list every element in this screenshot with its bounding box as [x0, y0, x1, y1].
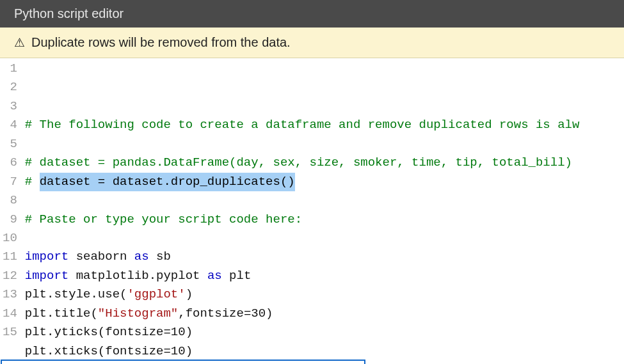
line-number: 15 — [3, 323, 17, 342]
code-token: import — [25, 249, 68, 264]
warning-bar: ⚠ Duplicate rows will be removed from th… — [0, 28, 624, 58]
code-line[interactable]: import seaborn as sb — [25, 248, 624, 266]
line-number: 11 — [3, 248, 17, 266]
code-token: sb — [149, 249, 171, 264]
code-token: plt — [222, 269, 252, 283]
line-number: 2 — [3, 78, 17, 97]
code-token: dataset = dataset.drop_duplicates() — [40, 173, 295, 191]
line-number-gutter: 123456789101112131415 — [0, 58, 22, 364]
code-token: 'ggplot' — [127, 287, 185, 301]
code-line[interactable]: # The following code to create a datafra… — [25, 116, 624, 134]
code-token: plt.style.use( — [25, 287, 127, 301]
code-token: plt.yticks(fontsize=10) — [25, 325, 193, 339]
code-token: as — [207, 269, 222, 283]
title-bar: Python script editor — [0, 0, 624, 28]
code-area[interactable]: # The following code to create a datafra… — [22, 58, 624, 364]
code-token — [25, 231, 32, 245]
line-number: 4 — [3, 116, 17, 134]
code-token: seaborn — [68, 249, 134, 264]
code-line[interactable] — [25, 191, 624, 210]
line-number: 3 — [3, 97, 17, 116]
line-number: 14 — [3, 305, 17, 323]
code-token: # The following code to create a datafra… — [25, 118, 580, 132]
line-number: 13 — [3, 285, 17, 304]
line-number: 9 — [3, 210, 17, 229]
code-token: # dataset = pandas.DataFrame(day, sex, s… — [25, 155, 572, 170]
code-token: # — [25, 175, 40, 189]
code-editor[interactable]: 123456789101112131415 # The following co… — [0, 58, 624, 364]
warning-icon: ⚠ — [14, 36, 25, 49]
line-number: 8 — [3, 191, 17, 210]
code-token: plt.title( — [25, 306, 98, 320]
code-token: ) — [186, 287, 193, 301]
code-line[interactable]: import matplotlib.pyplot as plt — [25, 267, 624, 285]
code-token: import — [25, 269, 68, 283]
title-text: Python script editor — [14, 6, 124, 20]
code-token: plt.xticks(fontsize=10) — [25, 344, 193, 358]
code-line[interactable]: plt.title("Histogram",fontsize=30) — [25, 305, 624, 323]
line-number: 12 — [3, 267, 17, 285]
code-line[interactable]: # dataset = dataset.drop_duplicates() — [25, 173, 624, 191]
code-line[interactable]: # dataset = pandas.DataFrame(day, sex, s… — [25, 154, 624, 172]
warning-text: Duplicate rows will be removed from the … — [31, 35, 291, 50]
code-line[interactable]: plt.xticks(fontsize=10) — [25, 342, 624, 361]
line-number: 6 — [3, 154, 17, 172]
line-number: 1 — [3, 59, 17, 78]
code-token: "Histogram" — [98, 306, 178, 320]
code-token: matplotlib.pyplot — [68, 269, 207, 283]
line-number: 5 — [3, 135, 17, 154]
code-line[interactable]: sb.histplot(data=dataset, x = 'tip',hue=… — [25, 361, 624, 364]
line-number: 10 — [3, 229, 17, 248]
code-line[interactable]: # Paste or type your script code here: — [25, 210, 624, 229]
code-line[interactable] — [25, 135, 624, 154]
line-number: 7 — [3, 173, 17, 191]
code-line[interactable] — [25, 229, 624, 248]
code-line[interactable]: plt.yticks(fontsize=10) — [25, 323, 624, 342]
code-line[interactable]: plt.style.use('ggplot') — [25, 285, 624, 304]
code-token — [25, 193, 32, 207]
code-token: ,fontsize=30) — [178, 306, 273, 320]
code-token: as — [134, 249, 149, 264]
code-token: # Paste or type your script code here: — [25, 212, 302, 226]
code-token — [25, 137, 32, 151]
